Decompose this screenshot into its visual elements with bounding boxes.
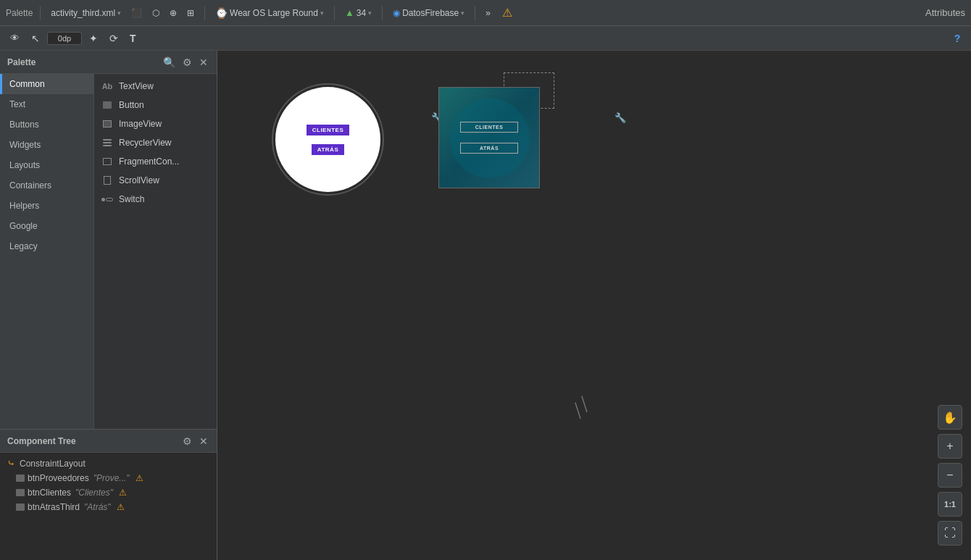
fit-icon: ⛶ <box>944 527 956 540</box>
btn-clientes-rect[interactable]: CLIENTES <box>460 122 518 133</box>
category-google[interactable]: Google <box>0 216 93 236</box>
pan-tool-btn[interactable]: ✋ <box>938 405 962 430</box>
btn-proveedores-label: btnProveedores <box>28 473 89 483</box>
btn-clientes-warning: ⚠ <box>119 488 127 498</box>
tree-actions: ⚙ ✕ <box>181 435 209 447</box>
blueprint-mode-btn[interactable]: ⬡ <box>149 7 162 20</box>
component-button[interactable]: Button <box>94 96 217 114</box>
text-mode-btn[interactable]: T <box>125 30 141 47</box>
palette-section: Palette 🔍 ⚙ ✕ Common Text Buttons Widget… <box>0 51 217 429</box>
zoom-in-icon: + <box>946 440 953 453</box>
component-imageview[interactable]: ImageView <box>94 114 217 133</box>
wear-icon: ⌚ <box>215 7 228 19</box>
palette-body: Common Text Buttons Widgets Layouts Cont… <box>0 74 217 429</box>
btn-atras-rect[interactable]: ATRÁS <box>460 143 518 154</box>
palette-title: Palette <box>7 57 36 67</box>
device-round-screen: CLIENTES ATRÁS <box>275 87 380 192</box>
device-dropdown[interactable]: ⌚ Wear OS Large Round ▾ <box>212 6 327 20</box>
blueprint-icon: ⬡ <box>152 8 159 18</box>
cursor-mode-btn[interactable]: ↖ <box>27 30 44 47</box>
tree-title: Component Tree <box>7 436 76 446</box>
component-recyclerview-label: RecyclerView <box>119 138 171 148</box>
select-mode-btn[interactable]: 👁 <box>6 30 24 46</box>
palette-header: Palette 🔍 ⚙ ✕ <box>0 51 217 74</box>
category-common[interactable]: Common <box>0 74 93 94</box>
file-dropdown[interactable]: activity_third.xml ▾ <box>48 7 124 20</box>
btn-clientes-icon <box>16 489 25 496</box>
device-container: CLIENTES ATRÁS CLIENTES ATRÁS <box>275 87 540 192</box>
help-icon: ? <box>954 33 961 44</box>
textview-icon: Ab <box>101 80 113 92</box>
category-containers[interactable]: Containers <box>0 175 93 196</box>
palette-close-btn[interactable]: ✕ <box>198 57 209 68</box>
category-buttons[interactable]: Buttons <box>0 114 93 135</box>
constraint-icon: ⤷ <box>7 458 15 469</box>
btn-atras-warning: ⚠ <box>117 502 125 512</box>
imageview-icon <box>101 118 113 130</box>
wand-icon: ⟳ <box>109 33 118 44</box>
component-fragmentcon[interactable]: FragmentCon... <box>94 152 217 171</box>
firebase-dropdown[interactable]: ◉ DatosFirebase ▾ <box>390 7 467 20</box>
ratio-btn[interactable]: 1:1 <box>938 492 962 517</box>
palette-settings-btn[interactable]: ⚙ <box>181 57 193 68</box>
main-content: Palette 🔍 ⚙ ✕ Common Text Buttons Widget… <box>0 51 971 560</box>
tree-btn-clientes[interactable]: btnClientes "Clientes" ⚠ <box>4 485 212 500</box>
category-text[interactable]: Text <box>0 94 93 114</box>
tree-close-btn[interactable]: ✕ <box>198 435 209 447</box>
palette-search-btn[interactable]: 🔍 <box>162 57 177 68</box>
btn-atras-icon <box>16 503 25 511</box>
component-textview[interactable]: Ab TextView <box>94 77 217 96</box>
fit-btn[interactable]: ⛶ <box>938 521 962 546</box>
tree-settings-btn[interactable]: ⚙ <box>181 435 193 447</box>
palette-actions: 🔍 ⚙ ✕ <box>162 57 209 68</box>
zoom-out-btn[interactable]: − <box>938 463 962 488</box>
tree-btn-atras[interactable]: btnAtrasThird "Atrás" ⚠ <box>4 500 212 514</box>
btn-atras-label: btnAtrasThird <box>28 502 80 512</box>
btn-clientes-round[interactable]: CLIENTES <box>307 125 350 135</box>
more-btn[interactable]: » <box>483 7 493 20</box>
api-dropdown[interactable]: ▲ 34 ▾ <box>342 6 375 20</box>
api-icon: ▲ <box>345 7 354 18</box>
tree-constraint-layout[interactable]: ⤷ ConstraintLayout <box>4 456 212 471</box>
category-legacy[interactable]: Legacy <box>0 236 93 256</box>
margin-input[interactable] <box>47 32 82 45</box>
tree-btn-proveedores[interactable]: btnProveedores "Prove..." ⚠ <box>4 471 212 485</box>
device-label: Wear OS Large Round <box>230 8 318 18</box>
magic-btn[interactable]: ✦ <box>85 30 102 47</box>
both-mode-btn[interactable]: ⊕ <box>167 7 180 20</box>
sep3 <box>334 6 335 20</box>
component-recyclerview[interactable]: RecyclerView <box>94 133 217 152</box>
design-mode-btn[interactable]: ⬛ <box>128 7 145 20</box>
sep4 <box>382 6 383 20</box>
zoom-out-icon: − <box>946 469 953 482</box>
btn-clientes-label: btnClientes <box>28 488 71 498</box>
btn-proveedores-warning: ⚠ <box>136 473 143 483</box>
component-switch[interactable]: Switch <box>94 190 217 209</box>
zoom-in-btn[interactable]: + <box>938 434 962 459</box>
component-imageview-label: ImageView <box>119 119 162 129</box>
component-scrollview[interactable]: ScrollView <box>94 171 217 190</box>
file-name: activity_third.xml <box>51 8 115 18</box>
help-btn[interactable]: ? <box>949 30 965 46</box>
firebase-chevron-icon: ▾ <box>461 9 464 17</box>
category-helpers[interactable]: Helpers <box>0 196 93 216</box>
canvas-tools: ✋ + − 1:1 ⛶ <box>938 405 962 546</box>
wand-btn[interactable]: ⟳ <box>105 30 122 47</box>
tree-header: Component Tree ⚙ ✕ <box>0 430 217 453</box>
split-mode-btn[interactable]: ⊞ <box>184 7 197 20</box>
tree-body: ⤷ ConstraintLayout btnProveedores "Prove… <box>0 453 217 560</box>
btn-proveedores-value: "Prove..." <box>93 473 130 483</box>
category-list: Common Text Buttons Widgets Layouts Cont… <box>0 74 94 429</box>
cursor-icon: ↖ <box>31 33 40 44</box>
category-layouts[interactable]: Layouts <box>0 155 93 175</box>
warning-icon: ⚠ <box>502 6 512 20</box>
btn-atras-round[interactable]: ATRÁS <box>312 144 344 155</box>
btn-proveedores-icon <box>16 475 25 482</box>
sep5 <box>475 6 475 20</box>
firebase-icon: ◉ <box>393 8 400 18</box>
category-widgets[interactable]: Widgets <box>0 135 93 155</box>
top-toolbar: Palette activity_third.xml ▾ ⬛ ⬡ ⊕ ⊞ ⌚ W… <box>0 0 971 26</box>
sep1 <box>40 6 41 20</box>
component-textview-label: TextView <box>119 81 154 91</box>
component-button-label: Button <box>119 100 144 110</box>
